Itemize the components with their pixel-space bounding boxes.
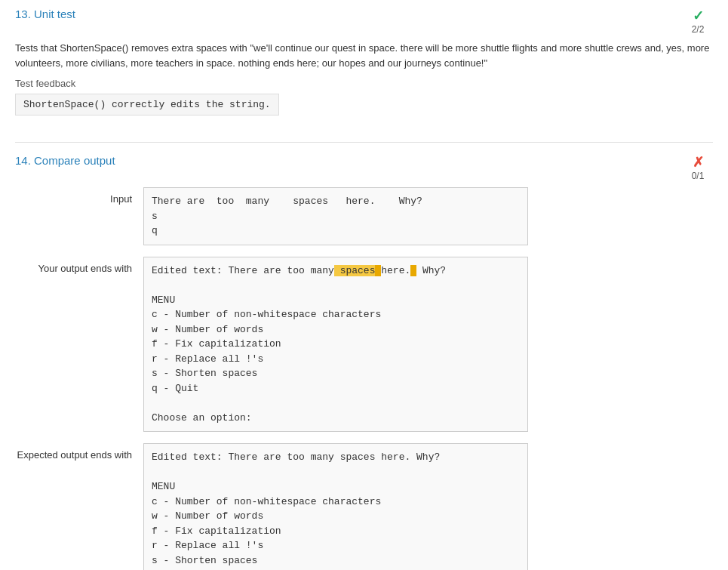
feedback-label: Test feedback <box>15 78 713 89</box>
cross-icon: ✗ <box>693 154 704 171</box>
section14-header: 14. Compare output ✗ 0/1 <box>15 154 713 181</box>
input-row: Input There are too many spaces here. Wh… <box>15 187 713 245</box>
expected-output-label: Expected output ends with <box>15 443 143 461</box>
section14-score: 0/1 <box>692 171 705 181</box>
page-container: 13. Unit test ✓ 2/2 Tests that ShortenSp… <box>0 0 728 570</box>
section13-score: 2/2 <box>692 24 705 35</box>
check-icon: ✓ <box>693 8 704 24</box>
section13-status: ✓ 2/2 <box>683 8 713 35</box>
your-output-row: Your output ends with Edited text: There… <box>15 257 713 433</box>
input-label: Input <box>15 187 143 205</box>
section14-status: ✗ 0/1 <box>683 154 713 181</box>
expected-output-box: Edited text: There are too many spaces h… <box>143 443 528 570</box>
section-divider <box>15 142 713 143</box>
your-output-menu: MENU c - Number of non-whitespace charac… <box>152 294 381 424</box>
your-output-highlight3 <box>410 265 416 276</box>
your-output-text1: Edited text: There are too many <box>152 265 334 276</box>
section13-title: 13. Unit test <box>15 8 75 20</box>
your-output-box: Edited text: There are too many spaces h… <box>143 257 528 433</box>
input-box: There are too many spaces here. Why? s q <box>143 187 528 245</box>
section13-header: 13. Unit test ✓ 2/2 <box>15 8 713 35</box>
your-output-text3: Why? <box>416 265 446 276</box>
your-output-highlight1: spaces <box>334 265 376 276</box>
your-output-text2: here. <box>381 265 410 276</box>
feedback-code: ShortenSpace() correctly edits the strin… <box>15 94 279 116</box>
section14: 14. Compare output ✗ 0/1 Input There are… <box>15 154 713 570</box>
section14-title: 14. Compare output <box>15 154 115 167</box>
section13-description: Tests that ShortenSpace() removes extra … <box>15 41 713 70</box>
your-output-label: Your output ends with <box>15 257 143 274</box>
expected-output-row: Expected output ends with Edited text: T… <box>15 443 713 570</box>
